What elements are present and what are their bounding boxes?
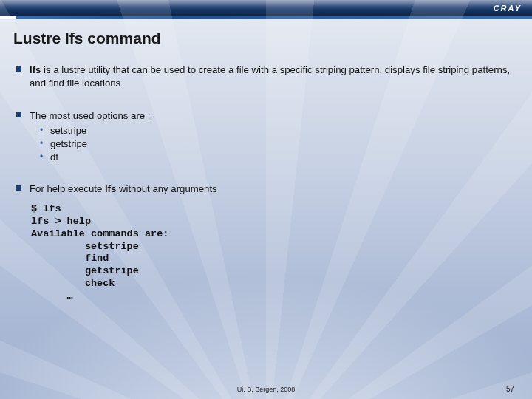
- bullet-1-text: is a lustre utility that can be used to …: [30, 64, 510, 89]
- sub-bullet: df: [30, 151, 516, 164]
- code-block: $ lfs lfs > help Available commands are:…: [31, 203, 516, 303]
- bullet-3-strong: lfs: [105, 183, 116, 194]
- page-number: 57: [506, 385, 514, 393]
- bullet-list: lfs is a lustre utility that can be used…: [13, 64, 516, 303]
- bullet-3: For help execute lfs without any argumen…: [13, 183, 516, 303]
- sub-bullet: setstripe: [30, 124, 516, 137]
- slide-title: Lustre lfs command: [13, 30, 516, 47]
- bullet-2-text: The most used options are :: [30, 110, 150, 121]
- title-bar: CRAY: [0, 0, 532, 16]
- title-bar-gloss: [0, 0, 532, 7]
- bullet-3-pre: For help execute: [30, 183, 105, 194]
- bullet-3-post: without any arguments: [116, 183, 216, 194]
- slide-content: Lustre lfs command lfs is a lustre utili…: [0, 19, 532, 303]
- sub-bullet-list: setstripe getstripe df: [30, 124, 516, 163]
- bullet-1: lfs is a lustre utility that can be used…: [13, 64, 516, 90]
- sub-bullet: getstripe: [30, 137, 516, 151]
- bullet-2: The most used options are : setstripe ge…: [13, 109, 516, 163]
- bullet-1-strong: lfs: [30, 64, 41, 75]
- footer-text: Ui. B, Bergen, 2008: [0, 386, 532, 393]
